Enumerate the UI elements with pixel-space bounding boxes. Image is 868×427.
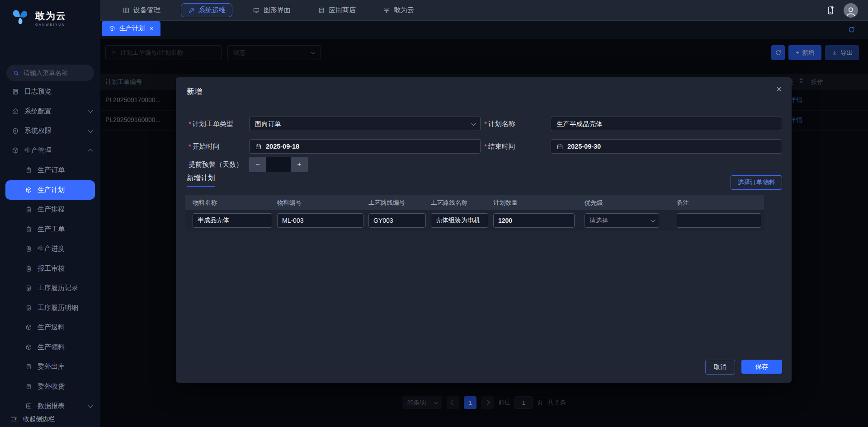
box-icon (25, 324, 32, 331)
gcol-priority: 优先级 (585, 199, 603, 207)
end-time-label: 结束时间 (484, 139, 515, 154)
close-icon[interactable]: × (776, 84, 782, 94)
clipboard-icon (25, 167, 32, 174)
dialog-title: 新增 (187, 86, 202, 97)
sidebar-item-log-preview[interactable]: 日志预览 (0, 82, 100, 102)
save-button[interactable]: 保存 (741, 360, 782, 374)
plan-type-select[interactable]: 面向订单 (249, 117, 481, 131)
priority-select[interactable]: 请选择 (585, 213, 659, 228)
sidebar-item-label: 生产管理 (24, 146, 52, 155)
sidebar-item-label: 数据报表 (38, 402, 65, 410)
nav-item-label: 系统运维 (198, 6, 226, 14)
gcol-remark: 备注 (677, 199, 689, 207)
home-icon (12, 108, 19, 115)
tab-production-plan[interactable]: 生产计划 × (102, 21, 160, 36)
warning-days-input[interactable] (266, 157, 291, 172)
clipboard-icon (25, 265, 32, 272)
app-root: 敢为云 GANWEIYUN 请输入菜单名称 日志预览 系统配置 系统权限 (0, 0, 868, 427)
sidebar-item-outsource-outbound[interactable]: 委外出库 (0, 357, 100, 377)
sidebar-item-outsource-receiving[interactable]: 委外收货 (0, 377, 100, 397)
select-order-material-button[interactable]: 选择订单物料 (731, 175, 782, 190)
sidebar-item-production-order[interactable]: 生产订单 (0, 160, 100, 180)
remark-input[interactable] (677, 213, 761, 228)
sidebar: 敢为云 GANWEIYUN 请输入菜单名称 日志预览 系统配置 系统权限 (0, 0, 100, 427)
sidebar-item-label: 系统权限 (24, 127, 52, 135)
plan-items-header: 物料名称 物料编号 工艺路线编号 工艺路线名称 计划数量 优先级 备注 (185, 195, 764, 210)
start-date-value: 2025-09-18 (266, 143, 299, 150)
add-plan-dialog: 新增 × 计划工单类型 面向订单 计划名称 生产半成品壳体 开始时间 2025-… (176, 77, 792, 383)
search-icon (13, 70, 19, 76)
sidebar-item-label: 生产退料 (38, 323, 65, 332)
collapse-sidebar-button[interactable]: 收起侧边栏 (0, 411, 100, 427)
document-icon (25, 363, 32, 370)
sidebar-item-production-management[interactable]: 生产管理 (0, 141, 100, 161)
chevron-down-icon (471, 121, 476, 126)
plan-name-input[interactable]: 生产半成品壳体 (551, 117, 782, 131)
sidebar-item-work-report-review[interactable]: 报工审核 (0, 259, 100, 279)
box-icon (25, 344, 32, 351)
route-code-input[interactable] (368, 213, 426, 228)
plan-items-table: 物料名称 物料编号 工艺路线编号 工艺路线名称 计划数量 优先级 备注 请选择 (185, 195, 764, 231)
refresh-icon[interactable] (848, 26, 855, 33)
butterfly-icon (383, 7, 390, 14)
sidebar-item-label: 工序履历明细 (38, 304, 78, 312)
sidebar-item-production-plan[interactable]: 生产计划 (5, 180, 95, 200)
nav-item-ganweiyun[interactable]: 敢为云 (376, 3, 421, 17)
wrench-icon (188, 7, 195, 14)
document-icon (25, 383, 32, 390)
tab-close-icon[interactable]: × (150, 25, 153, 32)
end-date-input[interactable]: 2025-09-30 (551, 139, 782, 154)
stepper-minus-button[interactable]: − (249, 157, 266, 172)
gcol-route-code: 工艺路线编号 (368, 199, 405, 207)
phone-icon[interactable] (826, 5, 835, 15)
material-code-input[interactable] (277, 213, 363, 228)
chevron-down-icon (88, 127, 93, 132)
sidebar-item-label: 日志预览 (24, 87, 52, 96)
nav-item-graphic-interface[interactable]: 图形界面 (246, 3, 297, 17)
tab-bar: 生产计划 × (100, 21, 868, 39)
sidebar-item-production-workorder[interactable]: 生产工单 (0, 220, 100, 239)
sidebar-item-label: 生产工单 (38, 225, 65, 234)
gcol-plan-qty: 计划数量 (493, 199, 518, 207)
chevron-up-icon (88, 149, 93, 154)
sidebar-item-process-history-record[interactable]: 工序履历记录 (0, 278, 100, 298)
nav-item-app-store[interactable]: 应用商店 (311, 3, 363, 17)
sidebar-item-label: 系统配置 (24, 107, 52, 116)
sidebar-item-label: 生产进度 (38, 244, 65, 253)
section-title-new-plan: 新增计划 (187, 174, 215, 187)
sidebar-item-process-history-detail[interactable]: 工序履历明细 (0, 298, 100, 318)
gcol-material-name: 物料名称 (193, 199, 217, 207)
start-time-label: 开始时间 (189, 139, 220, 154)
menu-search-input[interactable]: 请输入菜单名称 (6, 65, 94, 81)
store-icon (318, 7, 325, 14)
sidebar-item-production-progress[interactable]: 生产进度 (0, 239, 100, 259)
nav-item-system-ops[interactable]: 系统运维 (181, 3, 232, 17)
material-name-input[interactable] (193, 213, 272, 228)
tab-label: 生产计划 (119, 24, 145, 33)
plan-qty-input[interactable] (493, 213, 575, 228)
columns-icon (123, 7, 130, 14)
plan-name-label: 计划名称 (484, 117, 515, 131)
warning-days-stepper: − + (249, 157, 308, 172)
avatar[interactable] (844, 3, 858, 18)
select-order-material-label: 选择订单物料 (737, 178, 775, 187)
collapse-icon (10, 415, 18, 423)
stepper-plus-button[interactable]: + (291, 157, 308, 172)
sidebar-item-production-return[interactable]: 生产退料 (0, 318, 100, 338)
sidebar-item-production-scheduling[interactable]: 生产排程 (0, 200, 100, 220)
monitor-icon (253, 7, 260, 14)
priority-placeholder: 请选择 (590, 216, 608, 225)
sidebar-item-label: 生产领料 (38, 343, 65, 352)
sidebar-menu: 日志预览 系统配置 系统权限 生产管理 生产订单 (0, 82, 100, 416)
sidebar-item-production-picking[interactable]: 生产领料 (0, 338, 100, 357)
start-date-input[interactable]: 2025-09-18 (249, 139, 481, 154)
top-navigation: 设备管理 系统运维 图形界面 应用商店 敢为云 (100, 0, 868, 21)
sidebar-item-system-config[interactable]: 系统配置 (0, 102, 100, 122)
butterfly-logo-icon (10, 8, 31, 27)
cancel-button[interactable]: 取消 (705, 360, 735, 375)
nav-item-device-management[interactable]: 设备管理 (116, 3, 167, 17)
route-name-input[interactable] (431, 213, 488, 228)
sidebar-item-system-permission[interactable]: 系统权限 (0, 121, 100, 141)
person-icon (844, 5, 857, 18)
collapse-label: 收起侧边栏 (23, 415, 55, 423)
